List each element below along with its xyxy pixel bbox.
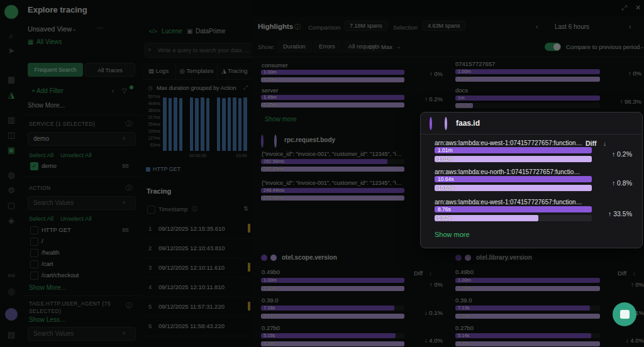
select-all-checkbox[interactable] xyxy=(147,206,155,214)
current-bar[interactable]: 7.16s xyxy=(261,306,394,311)
current-bar[interactable]: 5.14s xyxy=(455,333,591,338)
tab-frequent-search[interactable]: Frequent Search xyxy=(28,63,83,77)
database-icon[interactable]: ◫ xyxy=(6,129,17,141)
service-checkbox[interactable]: ✓ xyxy=(30,162,38,170)
show-more-top[interactable]: Show More... xyxy=(28,102,103,109)
explore-icon[interactable]: ▣ xyxy=(6,145,17,156)
link-icon[interactable]: ⚯ xyxy=(6,270,17,282)
time-range-next-icon[interactable]: › xyxy=(629,23,631,30)
collapse-icon[interactable]: ‹ xyxy=(112,87,114,94)
table-row[interactable]: 1 09/12/2025 12:15:35.610 xyxy=(142,219,252,239)
action-checkbox[interactable] xyxy=(30,226,38,234)
diff-column-header[interactable]: Diff xyxy=(618,270,626,277)
current-bar[interactable]: 1.00m xyxy=(261,278,404,283)
action-search-input[interactable]: Search Values xyxy=(28,196,136,210)
current-bar[interactable]: 1.01m xyxy=(435,147,592,153)
sort-icon[interactable]: ⇅ xyxy=(243,205,248,212)
current-bar[interactable]: 248.44ms xyxy=(261,188,404,193)
compare-toggle[interactable] xyxy=(545,43,561,51)
current-bar[interactable]: 10.64s xyxy=(435,176,592,182)
target-icon[interactable]: ◎ xyxy=(6,286,17,297)
current-bar[interactable]: 1.00m xyxy=(455,278,600,283)
columns-icon[interactable]: ▥ xyxy=(6,114,17,126)
previous-bar[interactable]: 1.00m xyxy=(455,77,600,82)
query-input[interactable]: Write a query to search your data. For e… xyxy=(145,43,257,58)
previous-bar[interactable]: 5.82s xyxy=(435,215,538,221)
close-icon[interactable]: ✕ xyxy=(635,4,641,12)
service-search-input[interactable]: demo xyxy=(28,132,136,146)
previous-bar[interactable]: 5.35s xyxy=(455,341,600,346)
workspace-icon[interactable]: ▤ xyxy=(6,329,17,341)
popup-show-more[interactable]: Show more xyxy=(435,231,470,238)
gear-icon[interactable]: ⚙ xyxy=(6,185,17,196)
previous-bar[interactable]: 297.85ms xyxy=(261,167,404,172)
compare-toggle-label[interactable]: Compare to previous period xyxy=(566,43,640,50)
share-icon[interactable]: ➤ xyxy=(6,45,17,57)
previous-bar[interactable]: 7.20s xyxy=(455,314,600,319)
action-info-icon[interactable]: ⓘ xyxy=(126,184,132,192)
by-select[interactable]: Max xyxy=(381,43,392,50)
chart-expand-icon[interactable]: ⤢ xyxy=(243,84,248,91)
all-views-link[interactable]: All Views xyxy=(36,38,62,45)
view-name[interactable]: Unsaved View xyxy=(28,25,72,33)
dataprime-toggle[interactable]: DataPrime xyxy=(196,28,225,35)
service-info-icon[interactable]: ⓘ xyxy=(126,119,132,128)
previous-bar[interactable]: 1.45m xyxy=(261,102,404,107)
current-bar[interactable]: 1m xyxy=(455,96,600,101)
lucene-toggle[interactable]: Lucene xyxy=(162,28,182,35)
faas-id-popup[interactable]: faas.id Diff ↓ arn:aws:lambda:eu-west-1:… xyxy=(420,112,643,248)
previous-bar[interactable]: 1.01m xyxy=(435,156,592,162)
timestamp-column-header[interactable]: Timestamp xyxy=(158,206,188,212)
tab-logs[interactable]: ▤ Logs xyxy=(142,63,176,79)
service-unselect-all[interactable]: Unselect All xyxy=(60,151,92,158)
previous-bar[interactable]: 1.00m xyxy=(261,286,404,291)
tab-templates[interactable]: ◎ Templates xyxy=(176,63,218,79)
time-range-value[interactable]: Last 6 hours xyxy=(555,23,589,30)
logo-icon[interactable] xyxy=(4,5,18,19)
current-bar[interactable]: 1.00m xyxy=(455,69,600,74)
action-select-all[interactable]: Select All xyxy=(29,215,53,222)
expand-window-icon[interactable]: ⤢ xyxy=(621,4,627,12)
current-bar[interactable]: 1.00m xyxy=(261,70,404,75)
table-row[interactable]: 5 09/12/2025 11:57:31.220 xyxy=(142,297,252,317)
current-bar[interactable]: 5.16s xyxy=(261,333,396,338)
action-checkbox[interactable] xyxy=(30,272,38,280)
highlights-info-icon[interactable]: ⓘ xyxy=(294,23,301,31)
current-bar[interactable]: 1.45m xyxy=(261,95,404,100)
add-filter-button[interactable]: + Add Filter xyxy=(31,87,64,94)
previous-bar[interactable]: 10.55s xyxy=(435,185,592,191)
table-row[interactable]: 3 09/12/2025 12:10:11.610 xyxy=(142,258,252,278)
time-range-prev-icon[interactable]: ‹ xyxy=(536,23,538,30)
pin-icon[interactable]: ◈ xyxy=(6,215,17,226)
action-checkbox[interactable] xyxy=(30,238,38,246)
cloud-icon[interactable]: ◍ xyxy=(6,170,17,181)
current-bar[interactable]: 8.76s xyxy=(435,206,592,212)
action-unselect-all[interactable]: Unselect All xyxy=(60,215,92,222)
service-select-all[interactable]: Select All xyxy=(29,151,53,158)
show-option-all-requests[interactable]: All requests xyxy=(342,40,386,53)
view-chevron-icon[interactable]: ⌄ xyxy=(72,25,77,32)
user-agent-info-icon[interactable]: ⓘ xyxy=(126,301,132,310)
diff-column-header[interactable]: Diff xyxy=(586,140,597,147)
previous-bar[interactable]: 5.38s xyxy=(261,341,404,346)
previous-bar[interactable]: 251.06ms xyxy=(261,196,404,201)
grid-icon[interactable]: ▦ xyxy=(6,74,17,85)
duration-bar-chart[interactable] xyxy=(163,96,247,151)
table-row[interactable]: 2 09/12/2025 12:10:43.810 xyxy=(142,238,252,258)
previous-bar[interactable]: 10.2s xyxy=(455,103,473,108)
tracing-nav-icon[interactable]: ◮ xyxy=(6,89,17,101)
action-checkbox[interactable] xyxy=(30,249,38,257)
tab-all-traces[interactable]: All Traces xyxy=(85,63,135,77)
tab-tracing[interactable]: ◮ Tracing xyxy=(218,63,252,79)
assistant-fab-button[interactable] xyxy=(613,302,636,326)
previous-bar[interactable]: 7.17s xyxy=(261,314,404,319)
previous-bar[interactable]: 1.00m xyxy=(261,77,404,82)
filter-funnel-icon[interactable]: ▽ xyxy=(122,87,127,94)
show-option-errors[interactable]: Errors xyxy=(313,40,341,53)
diff-column-header[interactable]: Diff xyxy=(414,270,423,277)
current-bar[interactable]: 7.13s xyxy=(455,306,590,311)
previous-bar[interactable]: 1.00m xyxy=(455,286,600,291)
show-more-link[interactable]: Show more xyxy=(265,116,297,123)
avatar[interactable] xyxy=(5,308,18,321)
current-bar[interactable]: 262.58ms xyxy=(261,159,387,164)
